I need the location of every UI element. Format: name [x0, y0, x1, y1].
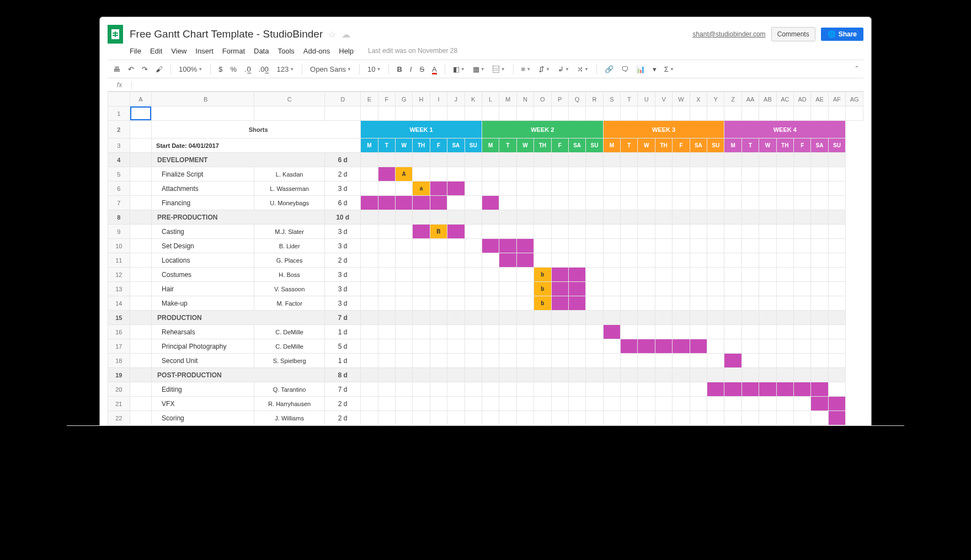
gantt-cell[interactable] — [378, 382, 395, 397]
cell[interactable] — [724, 106, 741, 121]
gantt-cell[interactable] — [776, 397, 793, 411]
col-head-AC[interactable]: AC — [776, 92, 793, 106]
cell[interactable] — [130, 153, 152, 167]
gantt-cell[interactable] — [516, 282, 533, 296]
row-head[interactable]: 13 — [108, 282, 130, 296]
gantt-cell[interactable] — [793, 311, 810, 325]
gantt-cell[interactable] — [741, 282, 759, 296]
row-head[interactable]: 2 — [108, 121, 130, 138]
cell[interactable] — [378, 106, 395, 121]
cell[interactable] — [673, 106, 690, 121]
cell[interactable] — [586, 106, 603, 121]
gantt-cell[interactable] — [655, 196, 672, 210]
gantt-cell[interactable] — [568, 368, 585, 382]
task-owner[interactable]: R. Harryhausen — [254, 397, 325, 411]
gantt-cell[interactable] — [499, 210, 516, 225]
gantt-cell[interactable] — [603, 325, 620, 339]
gantt-cell[interactable] — [690, 339, 707, 354]
gantt-cell[interactable] — [378, 354, 395, 368]
task-owner[interactable]: C. DeMille — [254, 339, 325, 354]
gantt-cell[interactable] — [690, 167, 707, 182]
gantt-cell[interactable] — [776, 196, 793, 210]
task-duration[interactable]: 2 d — [325, 411, 361, 425]
link-icon[interactable]: 🔗 — [605, 65, 613, 73]
gantt-cell[interactable] — [482, 382, 499, 397]
gantt-cell[interactable] — [551, 268, 568, 282]
gantt-cell[interactable] — [465, 325, 482, 339]
task-owner[interactable]: J. Williams — [254, 411, 325, 425]
gantt-cell[interactable] — [413, 268, 430, 282]
cell[interactable] — [254, 106, 325, 121]
task-name[interactable]: Financing — [152, 196, 254, 210]
cell[interactable] — [130, 368, 152, 382]
redo-icon[interactable]: ↷ — [142, 65, 148, 73]
gantt-cell[interactable] — [482, 196, 499, 210]
cell[interactable] — [413, 106, 430, 121]
gantt-cell[interactable] — [396, 296, 413, 311]
gantt-cell[interactable] — [499, 282, 516, 296]
gantt-cell[interactable] — [378, 182, 395, 196]
gantt-cell[interactable] — [568, 268, 585, 282]
gantt-cell[interactable] — [690, 325, 707, 339]
day-header[interactable]: SA — [811, 138, 828, 153]
gantt-cell[interactable] — [430, 239, 447, 253]
task-owner[interactable]: M.J. Slater — [254, 225, 325, 239]
gantt-cell[interactable] — [361, 167, 378, 182]
col-head-I[interactable]: I — [430, 92, 447, 106]
day-header[interactable]: W — [759, 138, 776, 153]
gantt-cell[interactable] — [724, 210, 741, 225]
gantt-cell[interactable] — [447, 253, 465, 268]
task-owner[interactable]: Q. Tarantino — [254, 382, 325, 397]
collapse-toolbar-icon[interactable]: ˆ — [856, 65, 858, 73]
cell[interactable] — [130, 411, 152, 425]
gantt-cell[interactable] — [568, 354, 585, 368]
gantt-cell[interactable] — [378, 167, 395, 182]
gantt-cell[interactable] — [828, 411, 845, 425]
cell[interactable] — [130, 196, 152, 210]
cell[interactable] — [465, 106, 482, 121]
gantt-cell[interactable] — [776, 239, 793, 253]
task-owner[interactable]: L. Kasdan — [254, 167, 325, 182]
gantt-cell[interactable] — [499, 354, 516, 368]
gantt-cell[interactable] — [396, 196, 413, 210]
col-head-W[interactable]: W — [673, 92, 690, 106]
gantt-cell[interactable] — [378, 282, 395, 296]
zoom-select[interactable]: 100% ▼ — [179, 65, 202, 73]
gantt-cell[interactable] — [361, 311, 378, 325]
gantt-cell[interactable] — [759, 397, 776, 411]
row-head[interactable]: 6 — [108, 182, 130, 196]
comments-button[interactable]: Comments — [771, 27, 815, 41]
gantt-cell[interactable] — [621, 354, 638, 368]
gantt-cell[interactable] — [396, 354, 413, 368]
cell[interactable] — [447, 106, 465, 121]
task-owner[interactable]: V. Sassoon — [254, 282, 325, 296]
gantt-cell[interactable] — [378, 296, 395, 311]
col-head-D[interactable]: D — [325, 92, 361, 106]
gantt-cell[interactable] — [741, 268, 759, 282]
gantt-cell[interactable] — [828, 282, 845, 296]
gantt-cell[interactable] — [621, 210, 638, 225]
gantt-cell[interactable] — [707, 411, 724, 425]
gantt-cell[interactable] — [724, 325, 741, 339]
gantt-cell[interactable] — [447, 268, 465, 282]
gantt-cell[interactable] — [638, 167, 655, 182]
gantt-cell[interactable] — [741, 296, 759, 311]
gantt-cell[interactable] — [759, 296, 776, 311]
day-header[interactable]: T — [621, 138, 638, 153]
gantt-cell[interactable] — [828, 182, 845, 196]
gantt-cell[interactable] — [638, 296, 655, 311]
gantt-cell[interactable] — [741, 368, 759, 382]
gantt-cell[interactable] — [638, 411, 655, 425]
gantt-cell[interactable] — [430, 196, 447, 210]
gantt-cell[interactable] — [551, 210, 568, 225]
gantt-cell[interactable] — [690, 196, 707, 210]
gantt-cell[interactable] — [741, 411, 759, 425]
gantt-cell[interactable] — [690, 354, 707, 368]
menu-edit[interactable]: Edit — [150, 47, 162, 55]
gantt-cell[interactable] — [638, 282, 655, 296]
gantt-cell[interactable] — [811, 382, 828, 397]
gantt-cell[interactable] — [707, 268, 724, 282]
gantt-cell[interactable] — [413, 354, 430, 368]
gantt-cell[interactable] — [621, 382, 638, 397]
gantt-cell[interactable]: A — [396, 167, 413, 182]
